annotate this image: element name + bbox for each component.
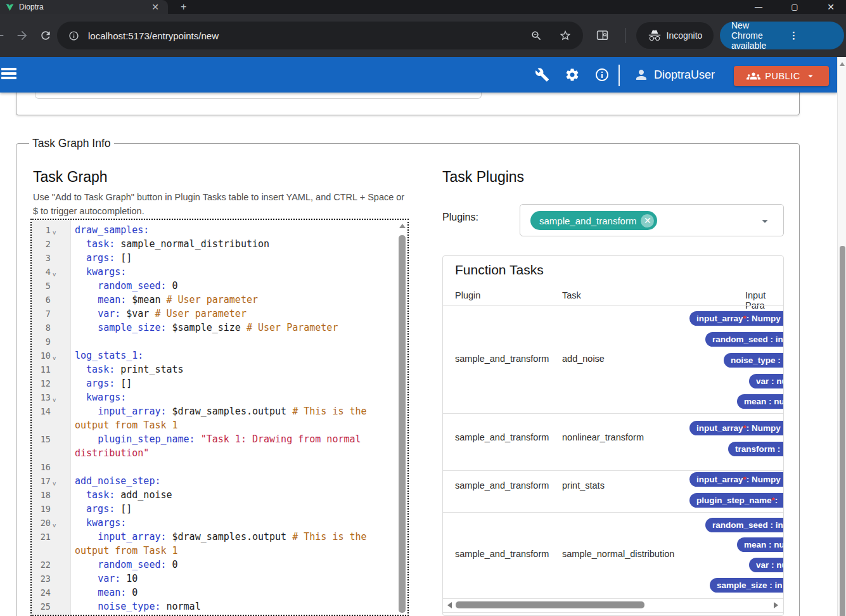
public-visibility-button[interactable]: PUBLIC (734, 66, 829, 86)
editor-scroll-up-icon[interactable] (399, 224, 406, 228)
editor-scrollbar-thumb[interactable] (399, 235, 406, 613)
task-graph-code-editor[interactable]: 1vdraw_samples:2 task: sample_normal_dis… (30, 219, 409, 616)
back-button-icon[interactable] (0, 29, 6, 42)
cell-plugin: sample_and_transform (455, 354, 549, 364)
scroll-up-arrow-icon[interactable] (840, 62, 845, 66)
address-bar[interactable]: localhost:5173/entrypoints/new (57, 22, 583, 49)
line-number: 10v (32, 349, 71, 363)
editor-line[interactable]: 1vdraw_samples: (32, 223, 398, 237)
line-number: 17v (32, 474, 71, 488)
function-tasks-title: Function Tasks (455, 262, 544, 278)
line-number: 8 (32, 321, 71, 335)
editor-line[interactable]: 8 sample_size: $sample_size # User Param… (32, 321, 398, 335)
table-horizontal-scrollbar[interactable] (443, 601, 784, 610)
editor-line[interactable]: output from Task 1 (32, 544, 398, 558)
fold-arrow-icon[interactable]: v (53, 223, 56, 237)
editor-line[interactable]: 21 input_array: $draw_samples.output # T… (32, 530, 398, 544)
chrome-update-button[interactable]: New Chrome available ⋮ (720, 22, 844, 49)
editor-line[interactable]: 23 var: 10 (32, 572, 398, 586)
table-scrollbar-thumb[interactable] (456, 601, 644, 608)
editor-line[interactable]: 15 plugin_step_name: "Task 1: Drawing fr… (32, 432, 398, 446)
plugin-chip[interactable]: sample_and_transform ✕ (530, 211, 657, 230)
header-separator (618, 65, 620, 86)
fold-arrow-icon[interactable]: v (53, 349, 56, 363)
chrome-update-label: New Chrome available (731, 20, 778, 51)
fold-arrow-icon[interactable]: v (53, 516, 56, 530)
editor-line[interactable]: 22 random_seed: 0 (32, 558, 398, 572)
scroll-right-arrow-icon[interactable] (774, 602, 778, 608)
line-number: 11 (32, 363, 71, 376)
editor-line[interactable]: 20v kwargs: (32, 516, 398, 530)
editor-line[interactable]: 9 (32, 335, 398, 349)
editor-line[interactable]: 10vlog_stats_1: (32, 349, 398, 363)
fold-arrow-icon[interactable]: v (53, 265, 56, 279)
code-text: input_array: $draw_samples.output # This… (71, 404, 367, 418)
editor-line[interactable]: 12 args: [] (32, 376, 398, 390)
forward-button-icon[interactable] (15, 29, 29, 42)
editor-line[interactable]: 3 args: [] (32, 251, 398, 265)
line-number: 18 (32, 488, 71, 502)
cell-task: sample_normal_distribution (562, 549, 674, 559)
groups-icon (747, 69, 760, 83)
editor-line[interactable]: 2 task: sample_normal_distribution (32, 237, 398, 251)
browser-menu-icon[interactable]: ⋮ (789, 30, 835, 41)
tab-close-icon[interactable]: ✕ (151, 3, 159, 11)
side-panel-icon[interactable] (596, 29, 609, 42)
window-maximize-button[interactable]: ▢ (780, 0, 809, 14)
info-icon[interactable] (594, 67, 610, 82)
code-text (71, 335, 75, 349)
user-icon[interactable] (634, 67, 649, 82)
bookmark-star-icon[interactable] (559, 29, 572, 42)
page-scrollbar-thumb[interactable] (840, 246, 845, 616)
editor-line[interactable]: 16 (32, 460, 398, 474)
page-scrollbar[interactable] (837, 57, 846, 616)
editor-line[interactable]: 4v kwargs: (32, 265, 398, 279)
editor-line[interactable]: 7 var: $var # User parameter (32, 307, 398, 321)
editor-line[interactable]: 24 mean: 0 (32, 586, 398, 600)
row-divider (443, 612, 784, 613)
browser-tab[interactable]: Dioptra ✕ (0, 0, 168, 14)
cell-plugin: sample_and_transform (455, 549, 549, 559)
window-close-button[interactable]: ✕ (816, 0, 845, 14)
fold-arrow-icon[interactable]: v (53, 390, 56, 404)
param-badge: mean : nu (737, 394, 784, 409)
line-number: 5 (32, 279, 71, 293)
line-number: 19 (32, 502, 71, 516)
editor-lines[interactable]: 1vdraw_samples:2 task: sample_normal_dis… (32, 223, 398, 613)
row-divider (443, 470, 784, 471)
select-dropdown-icon[interactable] (758, 214, 772, 228)
editor-line[interactable]: 19 args: [] (32, 502, 398, 516)
site-info-icon[interactable] (68, 30, 79, 41)
editor-line[interactable]: 25 noise_type: normal (32, 600, 398, 613)
editor-scrollbar[interactable] (398, 221, 407, 614)
plugins-select[interactable]: sample_and_transform ✕ (520, 204, 784, 236)
editor-line[interactable]: 5 random_seed: 0 (32, 279, 398, 293)
window-minimize-button[interactable]: — (744, 0, 773, 14)
cell-task: print_stats (562, 480, 605, 491)
code-text: random_seed: 0 (71, 279, 178, 293)
editor-line[interactable]: 14 input_array: $draw_samples.output # T… (32, 404, 398, 418)
editor-line[interactable]: output from Task 1 (32, 418, 398, 432)
editor-line[interactable]: 13v kwargs: (32, 390, 398, 404)
new-tab-button[interactable]: + (181, 1, 186, 13)
editor-line[interactable]: 17vadd_noise_step: (32, 474, 398, 488)
url-text: localhost:5173/entrypoints/new (88, 30, 530, 41)
username-label[interactable]: DioptraUser (654, 68, 715, 82)
column-header-input-parameters: Input Para (745, 290, 783, 311)
editor-line[interactable]: 18 task: add_noise (32, 488, 398, 502)
editor-line[interactable]: 11 task: print_stats (32, 363, 398, 376)
code-text (71, 460, 75, 474)
reload-button-icon[interactable] (39, 29, 52, 42)
fold-arrow-icon[interactable]: v (53, 474, 56, 488)
editor-line[interactable]: distribution" (32, 446, 398, 460)
editor-line[interactable]: 6 mean: $mean # User parameter (32, 293, 398, 307)
code-text: args: [] (71, 251, 132, 265)
code-text: sample_size: $sample_size # User Paramet… (71, 321, 338, 335)
chip-remove-icon[interactable]: ✕ (641, 214, 654, 228)
scroll-left-arrow-icon[interactable] (447, 602, 452, 608)
zoom-out-icon[interactable] (530, 30, 542, 42)
gear-icon[interactable] (565, 67, 580, 82)
chevron-down-icon (805, 70, 816, 82)
wrench-icon[interactable] (535, 68, 549, 82)
menu-hamburger-button[interactable] (1, 66, 18, 82)
